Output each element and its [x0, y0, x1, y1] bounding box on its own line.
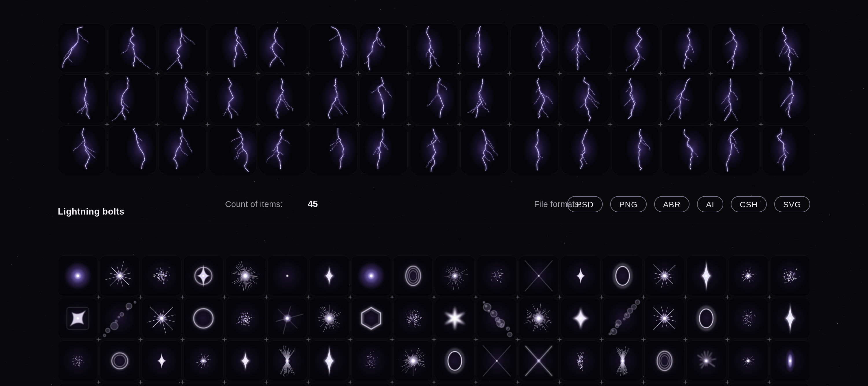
- lightning-bolt-icon: [360, 126, 407, 174]
- lightning-thumbnail: [159, 74, 207, 123]
- flare-thumbnail: [225, 298, 265, 339]
- lightning-thumbnail: [661, 24, 709, 72]
- lightning-bolt-icon: [108, 75, 156, 123]
- star4-streak-icon: [561, 256, 600, 296]
- lightning-bolt-icon: [259, 24, 307, 72]
- lightning-thumbnail: [159, 126, 207, 174]
- lightning-thumbnail: [712, 24, 760, 72]
- flare-thumbnail: [728, 383, 768, 386]
- lightning-bolt-icon: [259, 126, 307, 174]
- flare-thumbnail: [393, 256, 433, 296]
- flare-thumbnail: [645, 341, 685, 381]
- lightning-bolt-icon: [58, 24, 105, 72]
- lightning-thumbnail: [712, 126, 760, 174]
- lightning-bolt-icon: [561, 126, 609, 174]
- star12-small-icon: [728, 256, 768, 296]
- flare-thumbnail: [100, 383, 140, 386]
- lightning-thumbnail: [209, 24, 257, 72]
- cross-icon: [268, 256, 307, 296]
- lightning-bolt-icon: [662, 75, 709, 123]
- lightning-info-row: Lightning bolts Count of items: 45 File …: [58, 195, 810, 213]
- lightning-thumbnail: [762, 74, 810, 123]
- star12-icon: [100, 256, 140, 296]
- star4-soft-icon: [561, 298, 600, 338]
- lightning-thumbnail: [259, 24, 307, 72]
- lightning-bolt-icon: [159, 24, 206, 72]
- bokeh-icon: [477, 298, 517, 338]
- ellipse-rings-icon: [603, 256, 642, 296]
- glow-icon: [603, 383, 642, 386]
- rayburst-icon: [394, 341, 433, 381]
- lightning-thumbnail: [108, 24, 156, 72]
- glow-icon: [771, 383, 810, 386]
- lightning-bolt-icon: [763, 126, 810, 174]
- lightning-thumbnail: [360, 126, 408, 174]
- lightning-bolt-icon: [561, 24, 609, 72]
- format-badge-png[interactable]: PNG: [610, 196, 647, 212]
- lightning-thumbnail: [309, 24, 357, 72]
- glow-vertical-icon: [771, 341, 810, 381]
- lightning-thumbnail: [360, 74, 408, 123]
- lightning-thumbnail: [511, 126, 559, 174]
- star4-tall-icon: [771, 298, 810, 338]
- x-square-icon: [58, 298, 97, 338]
- lightning-thumbnail: [611, 126, 659, 174]
- flare-thumbnail: [183, 256, 223, 296]
- flare-thumbnail: [267, 341, 307, 381]
- flare-thumbnail: [309, 298, 349, 339]
- spiky-icon: [687, 341, 726, 381]
- flare-thumbnail: [393, 298, 433, 339]
- particles-sparse-icon: [58, 341, 97, 381]
- flare-thumbnail: [603, 383, 643, 386]
- lightning-bolt-icon: [310, 75, 357, 123]
- flares-grid: [58, 256, 810, 386]
- lightning-bolt-icon: [461, 75, 508, 123]
- x-cross-icon: [519, 341, 558, 381]
- flare-thumbnail: [645, 298, 685, 339]
- lightning-bolt-icon: [612, 24, 659, 72]
- glow-icon: [226, 383, 265, 386]
- format-badge-csh[interactable]: CSH: [731, 196, 767, 212]
- x-thin-icon: [477, 341, 517, 381]
- count-label: Count of items:: [225, 199, 283, 209]
- flare-thumbnail: [645, 383, 685, 386]
- rays6-icon: [268, 298, 307, 338]
- lightning-thumbnail: [410, 74, 458, 123]
- flare-thumbnail: [435, 341, 475, 381]
- lightning-bolt-icon: [612, 75, 659, 123]
- lightning-thumbnail: [661, 126, 709, 174]
- format-badge-svg[interactable]: SVG: [774, 196, 810, 212]
- lightning-thumbnail: [460, 74, 508, 123]
- particles-icon: [142, 256, 181, 296]
- flare-thumbnail: [603, 256, 643, 296]
- lightning-bolt-icon: [612, 126, 659, 174]
- format-badge-abr[interactable]: ABR: [654, 196, 690, 212]
- flare-thumbnail: [686, 341, 726, 381]
- flare-thumbnail: [58, 383, 98, 386]
- lightning-bolt-icon: [209, 126, 257, 174]
- lightning-bolt-icon: [108, 126, 156, 174]
- lightning-bolt-icon: [410, 75, 458, 123]
- format-badge-ai[interactable]: AI: [697, 196, 723, 212]
- lightning-bolt-icon: [58, 75, 105, 123]
- flare-thumbnail: [770, 383, 810, 386]
- sunburst-icon: [435, 256, 474, 296]
- lightning-bolt-icon: [763, 24, 810, 72]
- lightning-thumbnail: [259, 126, 307, 174]
- flare-thumbnail: [58, 341, 98, 381]
- lightning-thumbnail: [460, 24, 508, 72]
- lightning-bolt-icon: [259, 75, 307, 123]
- ringstar-icon: [184, 256, 223, 296]
- flare-thumbnail: [686, 383, 726, 386]
- particles-sparse-icon: [477, 256, 517, 296]
- star4-tall-icon: [310, 341, 349, 381]
- star12-icon: [142, 298, 181, 338]
- particles-drift-icon: [351, 341, 391, 381]
- bokeh-icon: [603, 298, 642, 338]
- flare-thumbnail: [477, 256, 517, 296]
- lightning-thumbnail: [561, 126, 609, 174]
- lightning-bolt-icon: [461, 24, 508, 72]
- format-badge-psd[interactable]: PSD: [567, 196, 603, 212]
- lightning-bolt-icon: [410, 126, 458, 174]
- flare-thumbnail: [435, 298, 475, 339]
